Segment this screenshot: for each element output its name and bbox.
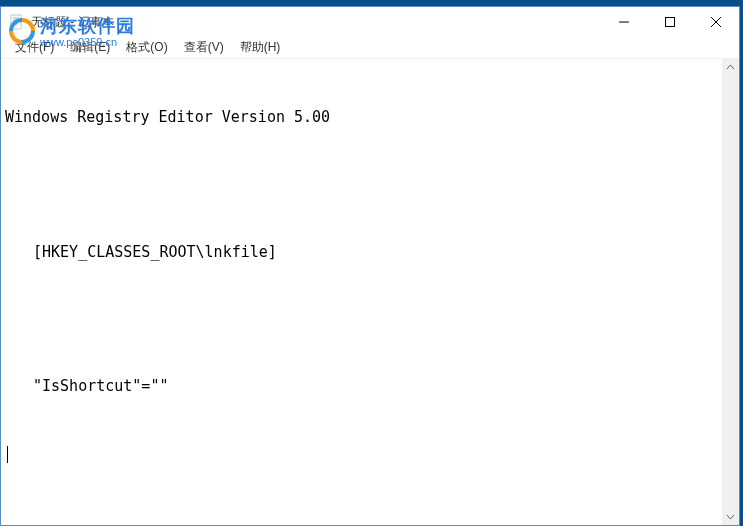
chevron-down-icon [726, 512, 735, 521]
editor-line: Windows Registry Editor Version 5.00 [5, 106, 718, 129]
vertical-scrollbar[interactable] [722, 59, 739, 525]
editor-line [5, 308, 718, 330]
window-controls [601, 7, 739, 37]
minimize-button[interactable] [601, 7, 647, 37]
text-cursor [7, 446, 8, 463]
maximize-button[interactable] [647, 7, 693, 37]
scroll-up-arrow[interactable] [722, 59, 739, 76]
editor-line [5, 174, 718, 196]
svg-rect-6 [666, 18, 675, 27]
menu-help[interactable]: 帮助(H) [232, 37, 289, 58]
scroll-down-arrow[interactable] [722, 508, 739, 525]
minimize-icon [619, 17, 629, 27]
menu-view[interactable]: 查看(V) [176, 37, 232, 58]
text-editor[interactable]: Windows Registry Editor Version 5.00 [HK… [1, 59, 722, 525]
editor-line: "IsShortcut"="" [5, 375, 718, 398]
chevron-up-icon [726, 63, 735, 72]
editor-area: Windows Registry Editor Version 5.00 [HK… [1, 59, 739, 525]
menu-format[interactable]: 格式(O) [118, 37, 175, 58]
window-title: 无标题 - 记事本 [31, 14, 114, 31]
menubar: 文件(F) 编辑(E) 格式(O) 查看(V) 帮助(H) [1, 37, 739, 59]
menu-file[interactable]: 文件(F) [7, 37, 62, 58]
titlebar: 无标题 - 记事本 [1, 7, 739, 37]
notepad-window: 无标题 - 记事本 文件(F) 编辑(E) 格式(O [0, 6, 740, 526]
editor-line: [HKEY_CLASSES_ROOT\lnkfile] [5, 241, 718, 264]
close-button[interactable] [693, 7, 739, 37]
menu-edit[interactable]: 编辑(E) [62, 37, 118, 58]
maximize-icon [665, 17, 675, 27]
title-left: 无标题 - 记事本 [9, 14, 114, 31]
close-icon [711, 17, 721, 27]
editor-line [5, 443, 718, 466]
app-icon [9, 14, 25, 30]
